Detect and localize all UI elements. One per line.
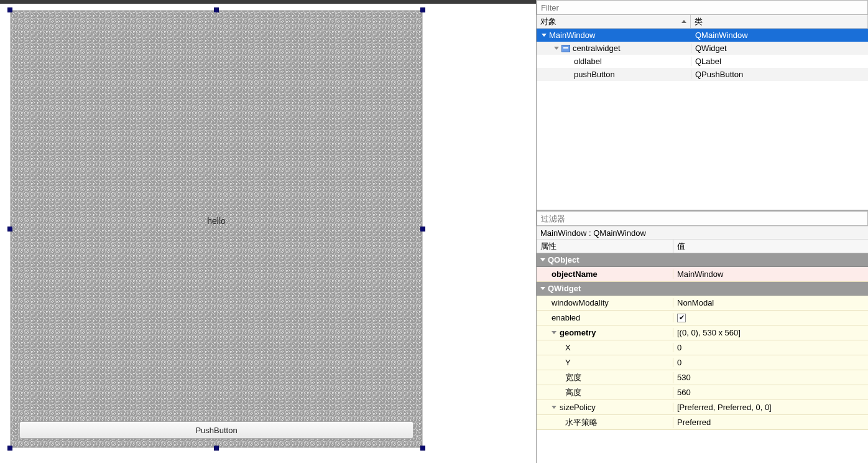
property-name-cell: 宽度 [537, 372, 673, 383]
object-name-label: pushButton [574, 70, 615, 79]
property-name-label: sizePolicy [560, 403, 596, 412]
chevron-down-icon [540, 287, 545, 290]
property-row[interactable]: 水平策略Preferred [537, 415, 868, 430]
selection-handle-top-left[interactable] [7, 7, 12, 12]
object-tree-cell-class: QPushButton [691, 70, 868, 79]
property-value-cell[interactable]: 530 [673, 373, 868, 382]
property-name-cell: sizePolicy [537, 403, 673, 412]
property-name-cell: 高度 [537, 387, 673, 398]
property-name-cell: Y [537, 358, 673, 367]
canvas-label-oldlabel[interactable]: hello [207, 216, 226, 226]
object-tree-row[interactable]: pushButtonQPushButton [537, 68, 868, 81]
property-name-cell: enabled [537, 313, 673, 322]
top-strip [0, 0, 536, 4]
property-body[interactable]: QObjectobjectNameMainWindowQWidgetwindow… [537, 253, 868, 463]
property-name-label: X [565, 343, 571, 352]
property-row[interactable]: sizePolicy[Preferred, Preferred, 0, 0] [537, 400, 868, 415]
object-inspector: 对象 类 MainWindowQMainWindowcentralwidgetQ… [537, 0, 868, 210]
property-name-cell: objectName [537, 269, 673, 279]
chevron-down-icon[interactable] [542, 34, 547, 37]
chevron-down-icon[interactable] [552, 331, 556, 334]
property-value-cell[interactable]: NonModal [673, 298, 868, 307]
property-row[interactable]: windowModalityNonModal [537, 296, 868, 311]
property-name-label: geometry [560, 328, 596, 337]
property-value-cell[interactable]: 0 [673, 358, 868, 367]
property-caption: MainWindow : QMainWindow [537, 226, 868, 240]
property-value-cell[interactable]: [(0, 0), 530 x 560] [673, 328, 868, 337]
design-surface-panel: hello PushButton [0, 0, 536, 463]
property-group-label: QObject [548, 255, 579, 264]
object-tree-body[interactable]: MainWindowQMainWindowcentralwidgetQWidge… [537, 29, 868, 210]
property-header-name[interactable]: 属性 [537, 240, 673, 253]
selection-handle-bottom-mid[interactable] [214, 446, 219, 451]
property-name-cell: geometry [537, 328, 673, 337]
design-canvas[interactable]: hello PushButton [10, 10, 423, 448]
property-name-label: 宽度 [565, 372, 581, 383]
property-name-label: objectName [552, 269, 598, 279]
object-tree-cell-class: QMainWindow [691, 30, 868, 40]
property-name-cell: windowModality [537, 298, 673, 307]
object-name-label: MainWindow [549, 30, 595, 40]
property-header: 属性 值 [537, 240, 868, 253]
chevron-down-icon[interactable] [552, 406, 556, 409]
selection-handle-top-mid[interactable] [214, 7, 219, 12]
object-tree-cell-object: centralwidget [537, 44, 691, 53]
checkbox[interactable]: ✔ [677, 314, 686, 322]
right-panel: 对象 类 MainWindowQMainWindowcentralwidgetQ… [536, 0, 868, 463]
property-name-label: 高度 [565, 387, 581, 398]
selection-handle-mid-left[interactable] [7, 227, 12, 232]
property-group-label: QWidget [548, 284, 581, 293]
property-row[interactable]: geometry[(0, 0), 530 x 560] [537, 325, 868, 340]
property-value-cell[interactable]: 560 [673, 388, 868, 397]
object-tree-row[interactable]: centralwidgetQWidget [537, 42, 868, 55]
object-tree-row[interactable]: oldlabelQLabel [537, 55, 868, 68]
property-editor: MainWindow : QMainWindow 属性 值 QObjectobj… [537, 210, 868, 463]
selection-handle-mid-right[interactable] [420, 227, 425, 232]
selection-handle-top-right[interactable] [420, 7, 425, 12]
property-row[interactable]: Y0 [537, 355, 868, 370]
object-tree-cell-class: QWidget [691, 44, 868, 53]
object-tree-header-object[interactable]: 对象 [537, 15, 691, 28]
selection-handle-bottom-left[interactable] [7, 446, 12, 451]
object-tree-cell-class: QLabel [691, 57, 868, 66]
property-name-cell: 水平策略 [537, 417, 673, 428]
object-tree-row[interactable]: MainWindowQMainWindow [537, 29, 868, 42]
property-name-label: enabled [552, 313, 580, 322]
selection-handle-bottom-right[interactable] [420, 446, 425, 451]
property-row[interactable]: 高度560 [537, 385, 868, 400]
object-tree-header-class[interactable]: 类 [691, 15, 868, 28]
canvas-pushbutton[interactable]: PushButton [19, 421, 413, 439]
object-col-label: 对象 [540, 16, 556, 27]
property-name-label: windowModality [552, 298, 609, 307]
property-row[interactable]: objectNameMainWindow [537, 267, 868, 282]
property-value-cell[interactable]: Preferred [673, 418, 868, 427]
property-row[interactable]: enabled✔ [537, 311, 868, 325]
object-tree-cell-object: oldlabel [537, 57, 691, 66]
property-group-header[interactable]: QObject [537, 253, 868, 267]
object-filter-input[interactable] [537, 0, 868, 15]
property-group-header[interactable]: QWidget [537, 282, 868, 296]
object-name-label: centralwidget [573, 44, 621, 53]
property-name-cell: X [537, 343, 673, 352]
object-tree-cell-object: MainWindow [537, 30, 691, 40]
property-name-label: 水平策略 [565, 417, 598, 428]
property-row[interactable]: X0 [537, 340, 868, 355]
property-value-cell[interactable]: ✔ [673, 314, 868, 322]
property-row[interactable]: 宽度530 [537, 370, 868, 385]
object-name-label: oldlabel [574, 57, 602, 66]
property-value-cell[interactable]: 0 [673, 343, 868, 352]
property-header-value[interactable]: 值 [673, 240, 868, 253]
property-value-cell[interactable]: [Preferred, Preferred, 0, 0] [673, 403, 868, 412]
property-value-cell[interactable]: MainWindow [673, 269, 868, 279]
chevron-down-icon[interactable] [554, 47, 559, 50]
widget-icon [561, 45, 570, 52]
chevron-down-icon [540, 258, 545, 261]
property-filter-input[interactable] [537, 211, 868, 226]
property-name-label: Y [565, 358, 571, 367]
object-tree-header: 对象 类 [537, 15, 868, 29]
sort-ascending-icon [681, 20, 686, 23]
class-col-label: 类 [695, 16, 703, 27]
object-tree-cell-object: pushButton [537, 70, 691, 79]
